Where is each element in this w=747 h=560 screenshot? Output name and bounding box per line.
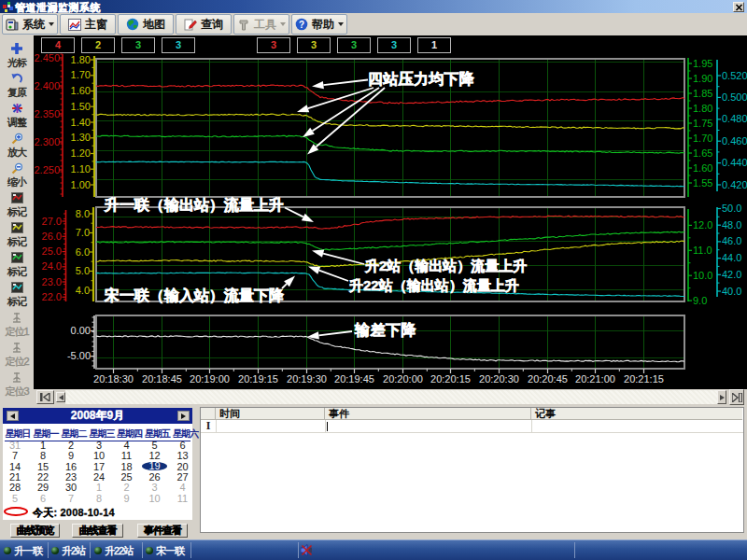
- svg-text:2.300: 2.300: [34, 136, 60, 147]
- svg-text:1.40: 1.40: [71, 117, 91, 128]
- svg-text:2.450: 2.450: [34, 52, 60, 63]
- svg-text:50.0: 50.0: [722, 203, 741, 214]
- svg-text:1.65: 1.65: [693, 147, 712, 159]
- svg-text:20:19:30: 20:19:30: [287, 373, 327, 385]
- svg-text:20:18:30: 20:18:30: [93, 373, 134, 385]
- svg-text:升一联（输出站）流量上升: 升一联（输出站）流量上升: [104, 196, 284, 214]
- svg-text:20:19:15: 20:19:15: [238, 373, 278, 385]
- svg-text:20:19:00: 20:19:00: [190, 373, 230, 385]
- svg-text:-5.00: -5.00: [67, 350, 91, 361]
- svg-text:0.00: 0.00: [71, 325, 91, 336]
- svg-text:6.0: 6.0: [76, 246, 90, 258]
- svg-text:42.0: 42.0: [722, 269, 741, 280]
- svg-text:1.60: 1.60: [693, 162, 712, 174]
- svg-text:0.440: 0.440: [722, 157, 747, 168]
- svg-text:1.70: 1.70: [71, 69, 91, 80]
- svg-text:1.85: 1.85: [693, 88, 712, 99]
- svg-text:0.460: 0.460: [722, 135, 747, 147]
- svg-text:1.30: 1.30: [71, 132, 91, 143]
- svg-text:44.0: 44.0: [722, 252, 741, 263]
- svg-text:1.70: 1.70: [693, 133, 712, 144]
- svg-text:1.95: 1.95: [693, 58, 712, 69]
- svg-text:1.55: 1.55: [693, 177, 712, 189]
- svg-text:20:20:45: 20:20:45: [528, 373, 568, 385]
- svg-text:10.0: 10.0: [693, 270, 712, 281]
- svg-text:0.520: 0.520: [722, 70, 747, 81]
- svg-text:1.10: 1.10: [71, 163, 91, 175]
- svg-text:0.480: 0.480: [722, 113, 747, 124]
- svg-text:宋一联（输入站）流量下降: 宋一联（输入站）流量下降: [104, 287, 285, 304]
- svg-text:20:21:15: 20:21:15: [624, 373, 664, 385]
- svg-text:输差下降: 输差下降: [354, 322, 417, 338]
- svg-text:20:20:30: 20:20:30: [479, 373, 519, 385]
- svg-text:20:20:15: 20:20:15: [430, 373, 471, 385]
- svg-text:24.0: 24.0: [42, 260, 62, 272]
- svg-text:25.0: 25.0: [42, 245, 62, 257]
- svg-text:20:19:45: 20:19:45: [334, 373, 374, 385]
- svg-text:0.420: 0.420: [722, 179, 747, 190]
- svg-text:1.80: 1.80: [71, 54, 91, 65]
- svg-text:9.0: 9.0: [693, 295, 707, 306]
- svg-text:20:18:45: 20:18:45: [142, 373, 182, 385]
- svg-text:27.0: 27.0: [42, 216, 62, 227]
- svg-text:1.75: 1.75: [693, 118, 712, 129]
- svg-text:升2站（输出站）流量上升: 升2站（输出站）流量上升: [364, 258, 527, 274]
- svg-text:2.350: 2.350: [34, 108, 60, 119]
- svg-text:20:20:00: 20:20:00: [383, 373, 423, 385]
- svg-text:11.0: 11.0: [693, 245, 712, 256]
- svg-text:升22站（输出站）流量上升: 升22站（输出站）流量上升: [348, 277, 519, 294]
- svg-text:20:21:00: 20:21:00: [575, 373, 615, 385]
- svg-text:0.500: 0.500: [722, 91, 747, 103]
- svg-text:40.0: 40.0: [722, 286, 741, 297]
- svg-text:1.20: 1.20: [71, 147, 91, 159]
- svg-text:22.0: 22.0: [42, 291, 62, 302]
- svg-text:四站压力均下降: 四站压力均下降: [368, 71, 475, 87]
- svg-text:2.400: 2.400: [34, 80, 60, 91]
- svg-text:4.0: 4.0: [76, 285, 90, 296]
- svg-text:1.50: 1.50: [71, 101, 91, 112]
- svg-text:2.250: 2.250: [34, 164, 60, 175]
- svg-text:46.0: 46.0: [722, 235, 741, 246]
- svg-text:5.0: 5.0: [76, 265, 90, 276]
- svg-text:26.0: 26.0: [42, 231, 62, 242]
- svg-text:1.60: 1.60: [71, 85, 91, 96]
- svg-text:8.0: 8.0: [76, 208, 90, 219]
- svg-text:1.90: 1.90: [693, 73, 712, 84]
- svg-text:48.0: 48.0: [722, 219, 741, 231]
- svg-text:1.80: 1.80: [693, 103, 712, 114]
- svg-text:1.00: 1.00: [71, 179, 91, 190]
- svg-text:7.0: 7.0: [76, 227, 90, 238]
- svg-text:23.0: 23.0: [42, 276, 62, 287]
- svg-text:12.0: 12.0: [693, 219, 712, 231]
